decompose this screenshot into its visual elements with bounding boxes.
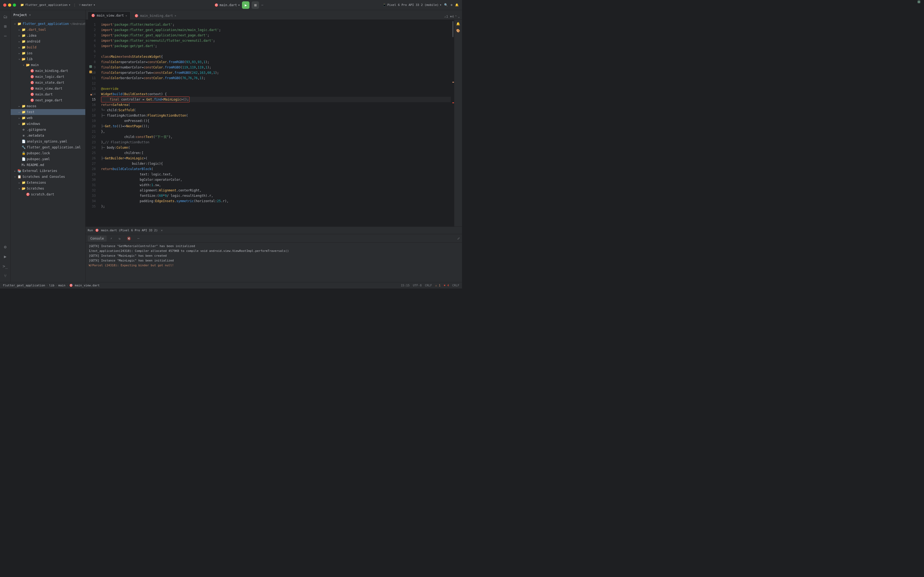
tab-close-icon[interactable]: ✕: [126, 14, 127, 17]
paint-icon[interactable]: 🎨: [455, 28, 461, 34]
tab-main-view[interactable]: 🎯 main_view.dart ✕: [88, 11, 130, 19]
line-number: 23: [85, 140, 96, 145]
expand-console-icon[interactable]: ⤢: [457, 237, 460, 240]
tree-item-external-libraries[interactable]: ▸ 📚 External Libraries: [11, 168, 85, 174]
close-button[interactable]: [3, 3, 6, 7]
tree-item-main-state[interactable]: ▸ 🎯 main_state.dart: [11, 80, 85, 85]
code-line: ), // FloatingActionButton: [101, 140, 451, 145]
tree-item-main-dart[interactable]: ▸ 🎯 main.dart: [11, 92, 85, 97]
chevron-down-icon: ▾: [238, 3, 240, 7]
tree-item-gitignore[interactable]: ▸ ⊘ .gitignore: [11, 127, 85, 133]
tab-mute[interactable]: 🔇: [124, 235, 134, 242]
tree-item-iml[interactable]: ▸ 🔧 flutter_gext_application.iml: [11, 144, 85, 150]
folder-icon: 📁: [21, 122, 26, 126]
sidebar-item-project[interactable]: 🗂: [1, 12, 10, 21]
tree-item-android[interactable]: ▸ 📁 android: [11, 39, 85, 44]
folder-icon: 📁: [21, 104, 26, 108]
device-selector[interactable]: 📱 Pixel 6 Pro API 33 2 (mobile) ▾: [383, 3, 442, 7]
tree-label: main_logic.dart: [35, 75, 64, 79]
sidebar-item-plugins[interactable]: ⋯: [1, 32, 10, 40]
stop-button[interactable]: ⏹: [251, 2, 259, 9]
tree-item-web[interactable]: ▸ 📁 web: [11, 115, 85, 121]
project-selector[interactable]: 📁 flutter_gext_application ▾: [20, 3, 71, 7]
tree-item-windows[interactable]: ▸ 📁 windows: [11, 121, 85, 127]
sidebar-item-settings[interactable]: ⚙: [1, 242, 10, 251]
tree-item-test[interactable]: ▸ 📁 test: [11, 109, 85, 115]
minimize-button[interactable]: [8, 3, 11, 7]
code-line: return buildCalculatorBlock(: [101, 166, 451, 172]
code-line: import 'package:flutter_screenutil/flutt…: [101, 38, 451, 44]
line-number: 29: [85, 172, 96, 177]
warnings-badge[interactable]: ⚠1 ✖4: [444, 15, 454, 18]
settings-icon[interactable]: ⚙: [451, 3, 452, 7]
sidebar-item-run[interactable]: ▶: [1, 252, 10, 261]
code-line: ├─ Get.to(() => NextPage());: [101, 124, 451, 129]
tab-bolt[interactable]: ⚡: [108, 235, 115, 242]
bottom-panel: Console ⚡ ↻ 🔇 ⋯ ⤢ [GETX] Ins: [85, 234, 462, 282]
dart-icon: 🎯: [95, 229, 99, 232]
tree-item-ios[interactable]: ▸ 📁 ios: [11, 50, 85, 56]
breadcrumb: flutter_gext_application › lib › main › …: [3, 284, 100, 287]
notifications-icon[interactable]: 🔔: [455, 21, 461, 27]
run-button[interactable]: ▶: [242, 2, 250, 9]
expand-arrow: ▸: [17, 34, 21, 38]
tree-item-main-logic[interactable]: ▸ 🎯 main_logic.dart: [11, 74, 85, 80]
editor-scrollbar[interactable]: [451, 20, 454, 226]
tab-more[interactable]: ⋯: [135, 235, 142, 242]
tab-refresh[interactable]: ↻: [116, 235, 123, 242]
code-line: import 'package:flutter_gext_application…: [101, 32, 451, 38]
tab-console[interactable]: Console: [88, 235, 107, 242]
tree-item-macos[interactable]: ▸ 📁 macos: [11, 103, 85, 109]
tree-label: main_view.dart: [35, 87, 62, 90]
errors-indicator: ✖ 4: [444, 284, 449, 287]
tree-item-idea[interactable]: ▸ 📁 .idea: [11, 32, 85, 39]
tree-root[interactable]: ▾ 📁 flutter_gext_application ~/AndroidSt…: [11, 21, 85, 27]
dart-icon: 🎯: [214, 3, 219, 7]
md-icon: M↓: [21, 163, 26, 167]
search-icon[interactable]: 🔍: [444, 3, 448, 7]
tree-label-scratch-dart: scratch.dart: [31, 192, 54, 196]
code-line: import 'package:flutter/material.dart';: [101, 22, 451, 27]
sidebar-item-structure[interactable]: ⊞: [1, 22, 10, 31]
tree-item-analysis[interactable]: ▸ 📄 analysis_options.yaml: [11, 139, 85, 144]
code-line: final Color operatorColor = const Color.…: [101, 60, 451, 65]
scrollbar-thumb[interactable]: [452, 21, 454, 37]
tree-label: pubspec.lock: [27, 152, 50, 155]
maximize-button[interactable]: [13, 3, 16, 7]
tree-item-lib[interactable]: ▾ 📂 lib: [11, 56, 85, 62]
tree-item-pubspec-lock[interactable]: ▸ 🔒 pubspec.lock: [11, 150, 85, 156]
titlebar-center: 🎯 main.dart ▾ ▶ ⏹ ⋯: [97, 2, 380, 9]
tree-item-scratch-dart[interactable]: ▸ 🎯 scratch.dart: [11, 192, 85, 197]
sidebar-item-git[interactable]: ⑂: [1, 271, 10, 280]
tree-item-scratches-consoles[interactable]: ▾ 📋 Scratches and Consoles: [11, 174, 85, 180]
project-name: flutter_gext_application: [25, 3, 68, 7]
more-actions-icon[interactable]: ⋯: [261, 3, 263, 7]
branch-selector[interactable]: ⑂ master ▾: [79, 3, 95, 7]
tree-item-main-binding[interactable]: ▸ 🎯 main_binding.dart: [11, 68, 85, 74]
tree-item-dart-tool[interactable]: ▸ 📁 .dart_tool: [11, 27, 85, 32]
tree-item-main-folder[interactable]: ▾ 📂 main: [11, 62, 85, 68]
code-content[interactable]: import 'package:flutter/material.dart'; …: [99, 20, 451, 226]
tree-item-scratches[interactable]: ▾ 📂 Scratches: [11, 185, 85, 192]
tree-item-pubspec-yaml[interactable]: ▸ 📄 pubspec.yaml: [11, 156, 85, 162]
sidebar-item-terminal[interactable]: >_: [1, 262, 10, 270]
expand-icon[interactable]: ⌃: [455, 15, 457, 18]
collapse-icon[interactable]: ⌄: [458, 15, 460, 18]
close-run-icon[interactable]: ✕: [161, 229, 163, 232]
encoding-indicator: UTF-8: [413, 284, 422, 287]
tree-item-extensions[interactable]: ▸ 📁 Extensions: [11, 180, 85, 185]
statusbar-right: 15:15 UTF-8 CRLF ⚠ 1 ✖ 4 CRLF: [401, 284, 459, 287]
tree-item-metadata[interactable]: ▸ ≡ .metadata: [11, 133, 85, 139]
tree-item-build[interactable]: ▸ 📁 build: [11, 44, 85, 50]
dart-icon: 🎯: [30, 81, 34, 85]
tree-item-readme[interactable]: ▸ M↓ README.md: [11, 162, 85, 168]
notifications-icon[interactable]: 🔔: [455, 3, 459, 7]
tab-main-binding[interactable]: 🎯 main_binding.dart ✕: [131, 11, 180, 19]
tree-label: .metadata: [27, 134, 44, 137]
tree-item-next-page[interactable]: ▸ 🎯 next_page.dart: [11, 97, 85, 103]
tree-label: main: [31, 63, 39, 67]
tab-close-icon[interactable]: ✕: [175, 14, 176, 17]
line-number: 27: [85, 161, 96, 166]
line-number: 12: [85, 81, 96, 86]
tree-item-main-view[interactable]: ▸ 🎯 main_view.dart: [11, 85, 85, 92]
